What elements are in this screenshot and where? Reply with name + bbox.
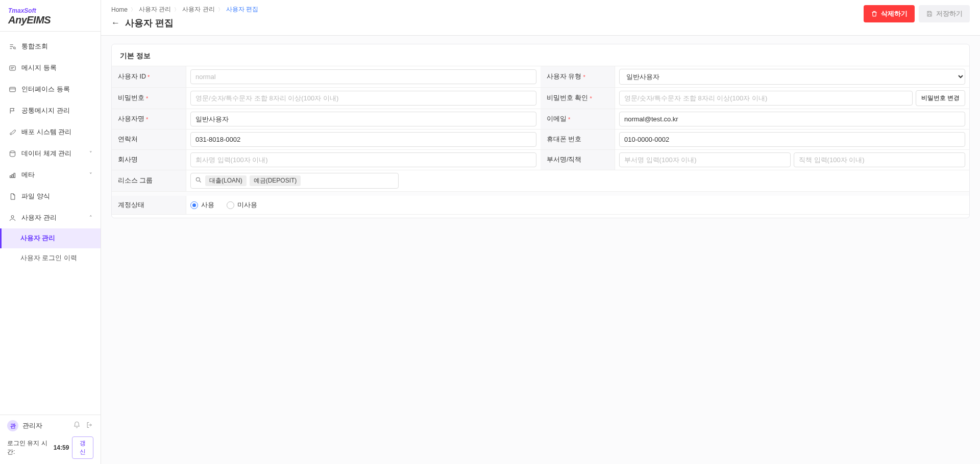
chevron-up-icon: ˄ [89,215,92,221]
nav-sub-user-mgmt[interactable]: 사용자 관리 [0,228,101,248]
delete-label: 삭제하기 [881,9,908,18]
field-mobile [615,130,969,150]
radio-label: 미사용 [237,200,257,210]
nav-item-interface[interactable]: 인터페이스 등록 [0,79,101,100]
login-time-row: 로그인 유지 시간: 14:59 갱신 [7,436,93,459]
field-password-confirm: 비밀번호 변경 [615,88,969,109]
status-grid: 계정상태 사용 미사용 [112,192,969,215]
form-panel: 기본 정보 사용자 ID* 사용자 유형* 일반사용자 비밀번호* [111,44,970,218]
email-input[interactable] [619,112,965,126]
dept-input[interactable] [619,152,791,167]
rocket-icon [8,128,16,136]
brand-top: TmaxSoft [8,7,92,14]
meta-icon [8,171,16,179]
mobile-input[interactable] [619,132,965,147]
user-id-input[interactable] [190,69,536,84]
chevron-right-icon: 〉 [218,6,223,13]
crumb[interactable]: 사용자 관리 [139,5,171,14]
resource-group-input[interactable]: 대출(LOAN) 예금(DEPOSIT) [190,173,399,189]
nav-sub-login-history[interactable]: 사용자 로그인 이력 [0,248,101,268]
database-icon [8,149,16,158]
field-user-type: 일반사용자 [615,66,969,88]
logout-icon[interactable] [86,421,93,430]
svg-rect-8 [9,87,15,92]
nav-item-users[interactable]: 사용자 관리 ˄ [0,207,101,228]
label-user-id: 사용자 ID* [112,66,186,88]
svg-point-17 [196,177,200,181]
svg-line-4 [15,48,15,49]
back-arrow-icon[interactable]: ← [111,18,120,28]
title-row: ← 사용자 편집 [111,17,864,29]
field-account-status: 사용 미사용 [186,196,969,215]
panel-title: 기본 정보 [112,44,969,66]
change-password-button[interactable]: 비밀번호 변경 [916,90,965,106]
content: 기본 정보 사용자 ID* 사용자 유형* 일반사용자 비밀번호* [101,36,980,464]
avatar: 관 [7,420,18,431]
search-list-icon [8,42,16,50]
field-user-name [186,109,541,130]
field-company [186,150,541,170]
nav-item-data[interactable]: 데이터 체계 관리 ˅ [0,143,101,164]
status-option-active[interactable]: 사용 [190,200,214,210]
save-icon [926,10,933,17]
nav-label: 데이터 체계 관리 [21,149,71,158]
label-user-name: 사용자명* [112,109,186,130]
svg-rect-16 [928,14,931,16]
user-type-select[interactable]: 일반사용자 [619,69,965,85]
sidebar: TmaxSoft AnyEIMS 통합조회 메시지 등록 인터페이스 등록 공통… [0,0,101,464]
form-grid: 사용자 ID* 사용자 유형* 일반사용자 비밀번호* 비밀번호 확인* [112,66,969,192]
logo: TmaxSoft AnyEIMS [0,0,101,32]
resource-tag[interactable]: 대출(LOAN) [205,175,247,186]
main: Home 〉 사용자 관리 〉 사용자 관리 〉 사용자 편집 ← 사용자 편집… [101,0,980,464]
nav-label: 사용자 관리 [21,213,57,222]
nav-item-file[interactable]: 파일 양식 [0,186,101,207]
breadcrumb: Home 〉 사용자 관리 〉 사용자 관리 〉 사용자 편집 [111,5,864,14]
password-confirm-input[interactable] [619,91,913,106]
user-icon [8,214,16,222]
nav-label: 인터페이스 등록 [21,85,70,94]
refresh-button[interactable]: 갱신 [72,436,93,459]
field-resource-group: 대출(LOAN) 예금(DEPOSIT) [186,170,969,192]
label-user-type: 사용자 유형* [541,66,615,88]
password-input[interactable] [190,91,536,106]
crumb[interactable]: 사용자 관리 [182,5,214,14]
status-option-inactive[interactable]: 미사용 [227,200,257,210]
company-input[interactable] [190,152,536,167]
bell-icon[interactable] [73,421,81,430]
nav-item-meta[interactable]: 메타 ˅ [0,164,101,186]
crumb[interactable]: Home [111,6,128,13]
resource-tag[interactable]: 예금(DEPOSIT) [250,175,301,186]
label-email: 이메일* [541,109,615,130]
svg-rect-15 [928,11,931,13]
nav-label: 공통메시지 관리 [21,106,70,115]
top-actions: 삭제하기 저장하기 [864,5,970,22]
user-name-input[interactable] [190,112,536,126]
radio-label: 사용 [201,200,214,210]
login-time: 14:59 [54,444,69,451]
radio-icon [190,201,198,209]
delete-button[interactable]: 삭제하기 [864,5,915,22]
file-icon [8,192,16,200]
nav-item-deploy[interactable]: 배포 시스템 관리 [0,121,101,143]
nav-item-common-msg[interactable]: 공통메시지 관리 [0,100,101,121]
label-resource-group: 리소스 그룹 [112,170,186,192]
svg-point-10 [10,150,15,152]
radio-icon [227,201,234,209]
nav: 통합조회 메시지 등록 인터페이스 등록 공통메시지 관리 배포 시스템 관리 … [0,32,101,415]
trash-icon [871,10,878,17]
field-user-id [186,66,541,88]
label-dept-title: 부서명/직책 [541,150,615,170]
footer-user-row: 관 관리자 [7,420,93,431]
label-password-confirm: 비밀번호 확인* [541,88,615,109]
page-title: 사용자 편집 [125,17,174,29]
nav-item-search[interactable]: 통합조회 [0,36,101,57]
save-button[interactable]: 저장하기 [919,5,970,22]
chevron-down-icon: ˅ [89,150,92,157]
contact-input[interactable] [190,132,536,147]
nav-label: 파일 양식 [21,192,50,201]
title-input[interactable] [794,152,965,167]
nav-item-message[interactable]: 메시지 등록 [0,57,101,79]
field-password [186,88,541,109]
flag-icon [8,107,16,115]
field-email [615,109,969,130]
